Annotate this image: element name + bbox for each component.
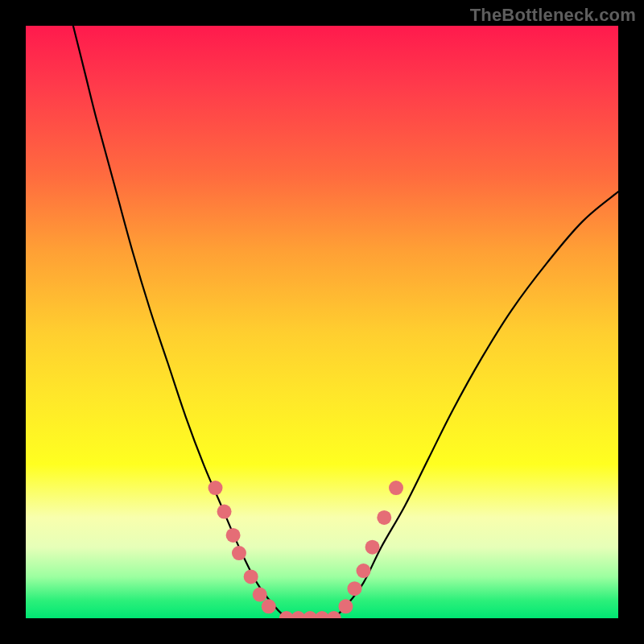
data-point bbox=[262, 599, 276, 613]
curve-layer bbox=[73, 26, 618, 618]
chart-frame: TheBottleneck.com bbox=[0, 0, 644, 644]
data-point bbox=[217, 505, 232, 519]
data-point bbox=[389, 481, 403, 495]
data-point bbox=[244, 569, 258, 584]
dot-layer bbox=[208, 481, 403, 618]
series-left-curve bbox=[73, 26, 287, 618]
data-point bbox=[357, 564, 371, 578]
data-point bbox=[232, 546, 246, 560]
series-right-curve bbox=[334, 192, 618, 618]
data-point bbox=[327, 611, 341, 618]
data-point bbox=[253, 588, 267, 602]
data-point bbox=[226, 528, 241, 543]
data-point bbox=[208, 481, 223, 495]
data-point bbox=[347, 581, 361, 596]
watermark-text: TheBottleneck.com bbox=[470, 5, 636, 26]
data-point bbox=[338, 599, 353, 613]
chart-svg bbox=[26, 26, 618, 618]
plot-area bbox=[26, 26, 618, 618]
data-point bbox=[365, 540, 380, 555]
data-point bbox=[377, 510, 391, 525]
